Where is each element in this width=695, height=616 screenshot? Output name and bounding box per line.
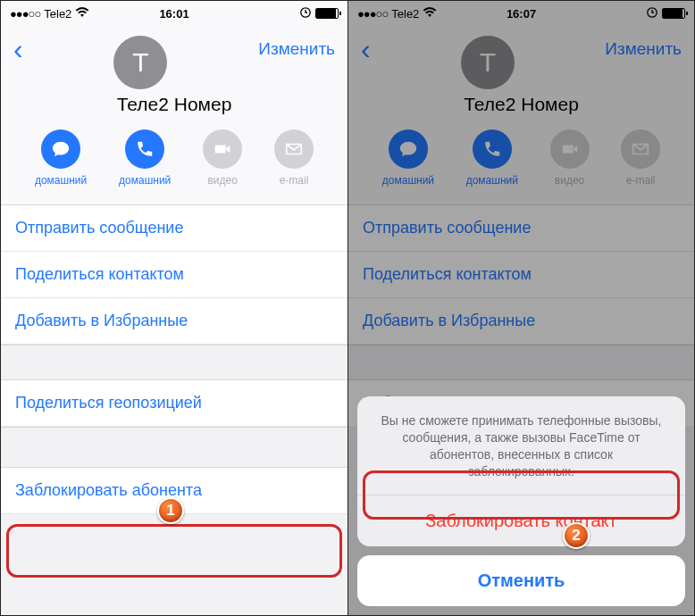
- statusbar: ●●●○○ Tele2 16:01: [1, 1, 348, 26]
- nav-header: ‹ T Изменить: [348, 26, 694, 72]
- list-separator: [1, 427, 348, 468]
- cancel-button[interactable]: Отменить: [357, 555, 685, 606]
- add-favorites[interactable]: Добавить в Избранные: [1, 298, 348, 345]
- video-icon: [203, 129, 242, 169]
- contact-options-list: Отправить сообщение Поделиться контактом…: [348, 205, 694, 427]
- action-message[interactable]: домашний: [35, 129, 87, 187]
- action-label: видео: [207, 174, 237, 187]
- phone-right: ●●●○○ Tele2 16:07 ‹ T Изменить Теле2 Ном…: [348, 1, 694, 615]
- action-sheet-panel: Вы не сможете принимать телефонные вызов…: [357, 396, 685, 546]
- phone-icon: [125, 129, 164, 169]
- action-label: e-mail: [626, 174, 656, 187]
- contact-name: Теле2 Номер: [348, 72, 694, 124]
- action-call[interactable]: домашний: [119, 129, 171, 187]
- share-contact[interactable]: Поделиться контактом: [1, 252, 348, 298]
- edit-button[interactable]: Изменить: [605, 39, 682, 59]
- avatar-letter: T: [132, 47, 148, 78]
- send-message[interactable]: Отправить сообщение: [1, 205, 348, 252]
- step-badge-2: 2: [563, 522, 590, 549]
- avatar: T: [461, 36, 515, 89]
- video-icon: [550, 129, 590, 169]
- avatar-letter: T: [480, 47, 496, 78]
- action-message[interactable]: домашний: [382, 129, 434, 187]
- sheet-message: Вы не сможете принимать телефонные вызов…: [357, 396, 685, 495]
- clock: 16:07: [348, 7, 694, 21]
- highlight-block-caller: [6, 524, 342, 578]
- step-badge-1: 1: [157, 497, 184, 524]
- send-message[interactable]: Отправить сообщение: [348, 205, 694, 252]
- action-label: домашний: [119, 174, 171, 187]
- action-label: видео: [555, 174, 584, 187]
- clock: 16:01: [1, 7, 348, 21]
- battery-icon: [662, 8, 685, 19]
- mail-icon: [621, 129, 660, 169]
- mail-icon: [274, 129, 314, 169]
- phone-left: ●●●○○ Tele2 16:01 ‹ T Изменить Теле2 Ном…: [1, 1, 348, 615]
- action-call[interactable]: домашний: [466, 129, 518, 187]
- contact-actions-row: домашний домашний видео e-mail: [1, 124, 348, 205]
- message-icon: [41, 129, 80, 169]
- message-icon: [389, 129, 428, 169]
- add-favorites[interactable]: Добавить в Избранные: [348, 298, 694, 345]
- contact-actions-row: домашний домашний видео e-mail: [348, 124, 694, 205]
- contact-options-list: Отправить сообщение Поделиться контактом…: [1, 205, 348, 514]
- action-video: видео: [550, 129, 590, 187]
- list-separator: [348, 345, 694, 380]
- phone-icon: [473, 129, 512, 169]
- action-email: e-mail: [274, 129, 314, 187]
- contact-name: Теле2 Номер: [1, 72, 348, 124]
- list-separator: [1, 345, 348, 380]
- action-label: домашний: [466, 174, 518, 187]
- share-contact[interactable]: Поделиться контактом: [348, 252, 694, 298]
- action-label: домашний: [35, 174, 87, 187]
- share-location[interactable]: Поделиться геопозицией: [1, 380, 348, 427]
- nav-header: ‹ T Изменить: [1, 26, 348, 72]
- action-label: e-mail: [280, 174, 309, 187]
- back-chevron-icon[interactable]: ‹: [13, 33, 23, 66]
- action-video: видео: [203, 129, 242, 187]
- statusbar: ●●●○○ Tele2 16:07: [348, 1, 694, 26]
- block-contact-button[interactable]: Заблокировать контакт: [357, 495, 685, 546]
- back-chevron-icon[interactable]: ‹: [361, 33, 371, 66]
- action-sheet: Вы не сможете принимать телефонные вызов…: [357, 396, 685, 606]
- battery-icon: [315, 8, 339, 19]
- edit-button[interactable]: Изменить: [258, 39, 335, 59]
- action-label: домашний: [382, 174, 434, 187]
- action-email: e-mail: [621, 129, 660, 187]
